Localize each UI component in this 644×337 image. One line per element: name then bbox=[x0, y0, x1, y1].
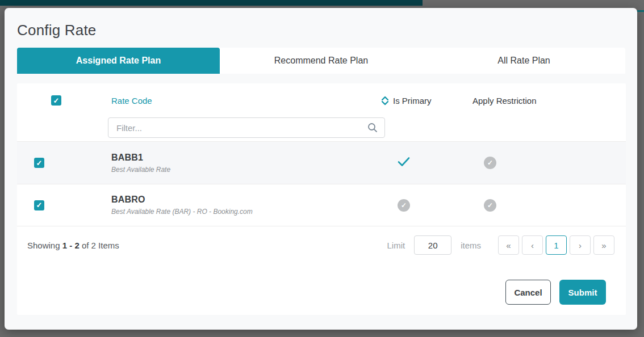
prev-page-button[interactable]: ‹ bbox=[522, 235, 543, 255]
table-row[interactable]: ✓ BABRO Best Available Rate (BAR) - RO -… bbox=[17, 184, 626, 226]
tab-assigned-rate-plan[interactable]: Assigned Rate Plan bbox=[17, 48, 220, 74]
filter-field bbox=[108, 117, 385, 138]
page-top-accent-bar bbox=[0, 0, 423, 6]
table-header-row: ✓ Rate Code Is Primary Apply Restriction bbox=[17, 83, 626, 117]
cancel-button[interactable]: Cancel bbox=[505, 280, 551, 305]
filter-input[interactable] bbox=[108, 117, 385, 138]
apply-restriction-column-header: Apply Restriction bbox=[472, 96, 597, 106]
is-primary-circle-check-icon: ✓ bbox=[398, 199, 410, 212]
table-footer: Showing 1 - 2 of 2 Items Limit items « ‹… bbox=[17, 226, 626, 264]
row-checkbox[interactable]: ✓ bbox=[34, 200, 44, 210]
tab-recommend-rate-plan[interactable]: Recommend Rate Plan bbox=[220, 48, 423, 74]
page-right-accent bbox=[637, 10, 644, 12]
sort-icon[interactable] bbox=[382, 96, 388, 106]
rate-code-column-header[interactable]: Rate Code bbox=[111, 96, 152, 106]
tab-all-rate-plan[interactable]: All Rate Plan bbox=[423, 48, 625, 74]
next-page-button[interactable]: › bbox=[570, 235, 591, 255]
tab-bar: Assigned Rate PlanRecommend Rate PlanAll… bbox=[17, 48, 625, 74]
submit-button[interactable]: Submit bbox=[559, 280, 606, 305]
last-page-button[interactable]: » bbox=[593, 235, 614, 255]
modal-actions: Cancel Submit bbox=[505, 280, 606, 305]
limit-label: Limit bbox=[387, 241, 405, 250]
select-all-checkbox[interactable]: ✓ bbox=[51, 95, 61, 106]
apply-restriction-circle-check-icon: ✓ bbox=[484, 157, 496, 169]
modal-title: Config Rate bbox=[17, 22, 626, 39]
apply-restriction-circle-check-icon: ✓ bbox=[484, 199, 496, 212]
rate-description: Best Available Rate bbox=[111, 166, 393, 174]
table-row[interactable]: ✓ BABB1 Best Available Rate ✓ ✓ bbox=[17, 141, 626, 184]
rate-code-value: BABB1 bbox=[111, 153, 393, 163]
limit-input[interactable] bbox=[414, 235, 451, 255]
config-rate-modal: Config Rate Assigned Rate PlanRecommend … bbox=[5, 8, 637, 330]
rate-code-value: BABRO bbox=[111, 195, 393, 205]
first-page-button[interactable]: « bbox=[498, 235, 519, 255]
page-1-button[interactable]: 1 bbox=[546, 235, 567, 255]
items-label: items bbox=[461, 241, 481, 250]
table-body: ✓ BABB1 Best Available Rate ✓ ✓ ✓ BABRO … bbox=[17, 141, 626, 226]
is-primary-column-header: Is Primary bbox=[393, 96, 472, 106]
search-icon bbox=[367, 122, 378, 136]
rate-plan-table: ✓ Rate Code Is Primary Apply Restriction… bbox=[17, 83, 626, 315]
rate-description: Best Available Rate (BAR) - RO - Booking… bbox=[111, 208, 393, 216]
pagination: « ‹ 1 › » bbox=[498, 235, 614, 255]
row-checkbox[interactable]: ✓ bbox=[34, 158, 44, 168]
showing-count: Showing 1 - 2 of 2 Items bbox=[27, 241, 119, 250]
is-primary-check-icon bbox=[398, 159, 410, 168]
